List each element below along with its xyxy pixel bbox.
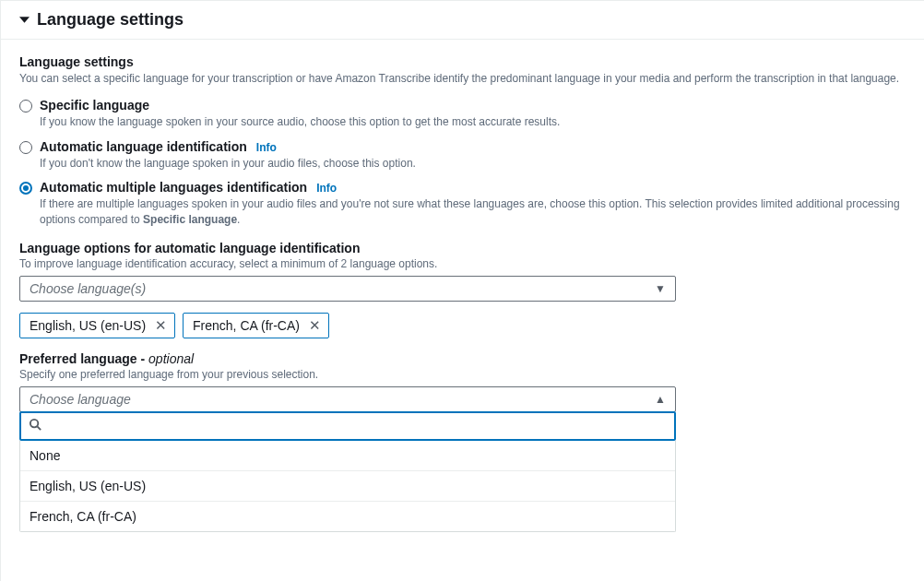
option-none[interactable]: None — [20, 441, 675, 470]
section-description: You can select a specific language for y… — [19, 71, 906, 87]
field-hint: To improve language identification accur… — [19, 257, 906, 270]
close-icon[interactable]: ✕ — [155, 318, 167, 332]
info-link[interactable]: Info — [316, 182, 337, 195]
language-token: French, CA (fr-CA) ✕ — [183, 313, 329, 338]
radio-label: Automatic language identification — [40, 139, 247, 154]
radio-icon — [19, 141, 32, 154]
language-mode-radio-group: Specific language If you know the langua… — [19, 98, 906, 228]
language-token: English, US (en-US) ✕ — [19, 313, 175, 338]
radio-auto-language[interactable]: Automatic language identificationInfo If… — [19, 139, 906, 172]
preferred-language-select[interactable]: Choose language ▲ — [19, 386, 676, 412]
search-input[interactable] — [50, 417, 667, 435]
token-label: English, US (en-US) — [30, 318, 146, 333]
caret-down-icon — [19, 13, 37, 28]
selected-languages-tokens: English, US (en-US) ✕ French, CA (fr-CA)… — [19, 313, 906, 338]
field-label: Preferred language - optional — [19, 351, 906, 366]
token-label: French, CA (fr-CA) — [193, 318, 300, 333]
radio-icon — [19, 100, 32, 113]
svg-marker-0 — [19, 17, 30, 23]
chevron-up-icon: ▲ — [655, 393, 666, 406]
section-heading: Language settings — [19, 54, 906, 69]
svg-line-2 — [37, 426, 41, 430]
search-icon — [29, 418, 42, 434]
radio-description: If you don't know the language spoken in… — [40, 156, 906, 172]
radio-description: If there are multiple languages spoken i… — [40, 196, 906, 228]
preferred-language-search[interactable] — [19, 411, 676, 441]
panel-header[interactable]: Language settings — [1, 1, 924, 40]
radio-label: Automatic multiple languages identificat… — [40, 180, 307, 195]
info-link[interactable]: Info — [256, 141, 277, 154]
preferred-language-field: Preferred language - optional Specify on… — [19, 351, 906, 532]
chevron-down-icon: ▼ — [655, 282, 666, 295]
field-label: Language options for automatic language … — [19, 241, 906, 255]
field-hint: Specify one preferred language from your… — [19, 368, 906, 381]
radio-auto-multi-language[interactable]: Automatic multiple languages identificat… — [19, 180, 906, 228]
option-en-us[interactable]: English, US (en-US) — [20, 470, 675, 501]
option-fr-ca[interactable]: French, CA (fr-CA) — [20, 501, 675, 531]
close-icon[interactable]: ✕ — [309, 318, 321, 332]
preferred-language-options: None English, US (en-US) French, CA (fr-… — [19, 441, 676, 532]
radio-label: Specific language — [40, 98, 149, 113]
svg-point-1 — [30, 420, 38, 427]
radio-specific-language[interactable]: Specific language If you know the langua… — [19, 98, 906, 130]
radio-icon-selected — [19, 182, 32, 195]
select-placeholder: Choose language(s) — [30, 281, 146, 296]
language-options-field: Language options for automatic language … — [19, 241, 906, 338]
select-placeholder: Choose language — [30, 392, 131, 407]
radio-description: If you know the language spoken in your … — [40, 114, 906, 130]
panel-title: Language settings — [37, 10, 184, 30]
language-options-select[interactable]: Choose language(s) ▼ — [19, 276, 676, 302]
